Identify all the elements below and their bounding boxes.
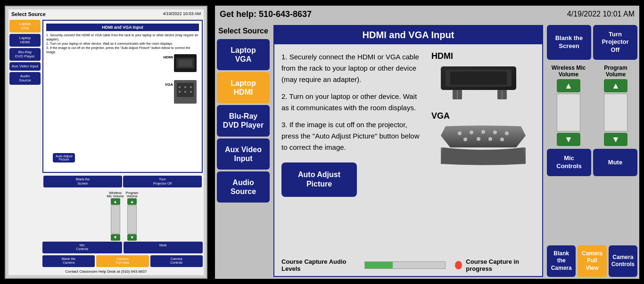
svg-rect-4 bbox=[177, 83, 194, 97]
svg-point-26 bbox=[500, 138, 504, 141]
preview-inner: Select Source 4/19/2022 10:03 AM LaptopV… bbox=[8, 9, 204, 275]
preview-nav-laptop-hdmi[interactable]: LaptopHDMI bbox=[9, 34, 41, 47]
nav-laptop-vga[interactable]: LaptopVGA bbox=[217, 39, 270, 70]
audio-bar-container bbox=[364, 261, 446, 269]
preview-panel: Select Source 4/19/2022 10:03 AM LaptopV… bbox=[5, 6, 207, 279]
wireless-mic-vol-track bbox=[557, 94, 580, 131]
hdmi-label: HDMI bbox=[431, 51, 453, 61]
auto-adjust-btn[interactable]: Auto AdjustPicture bbox=[281, 162, 357, 197]
program-vol-up[interactable] bbox=[604, 79, 627, 92]
preview-wireless-vol-down[interactable]: ▼ bbox=[111, 234, 120, 241]
mute-btn[interactable]: Mute bbox=[593, 149, 637, 176]
audio-levels-row: Course Capture Audio Levels Course Captu… bbox=[281, 258, 535, 272]
blank-screen-btn[interactable]: Blank theScreen bbox=[547, 25, 591, 60]
nav-aux-video[interactable]: Aux Video Input bbox=[217, 138, 270, 170]
volume-section: Wireless Mic Volume Program Volume bbox=[547, 65, 637, 146]
svg-point-6 bbox=[184, 86, 186, 88]
preview-camera-full-view-btn[interactable]: CameraFull View bbox=[96, 255, 149, 267]
preview-camera-controls-btn[interactable]: CameraControls bbox=[150, 255, 203, 267]
content-body: 1. Securely connect the HDMI or VGA cabl… bbox=[274, 44, 542, 254]
preview-content-area: HDMI and VGA Input 1. Securely connect t… bbox=[42, 20, 203, 173]
svg-rect-13 bbox=[450, 72, 507, 85]
svg-point-8 bbox=[179, 91, 181, 93]
preview-content-title: HDMI and VGA Input bbox=[46, 24, 199, 31]
preview-nav-aux-video[interactable]: Aux Video Input bbox=[9, 62, 41, 71]
left-sidebar: Select Source LaptopVGA LaptopHDMI Blu-R… bbox=[215, 23, 272, 279]
step3-text: 3. If the image is cut off on the projec… bbox=[281, 119, 422, 153]
nav-bluray[interactable]: Blu-RayDVD Player bbox=[217, 105, 270, 136]
turn-projector-off-btn[interactable]: TurnProjector Off bbox=[593, 25, 637, 60]
right-top-btns: Blank theScreen TurnProjector Off bbox=[547, 25, 637, 60]
svg-point-25 bbox=[488, 137, 492, 141]
wireless-mic-vol-down[interactable] bbox=[557, 133, 580, 146]
preview-blank-camera-btn[interactable]: Blank theCamera bbox=[42, 255, 95, 267]
down-arrow-icon bbox=[564, 135, 573, 145]
nav-laptop-hdmi[interactable]: LaptopHDMI bbox=[217, 72, 270, 103]
vga-cable-image bbox=[436, 124, 530, 166]
down-arrow-icon-2 bbox=[611, 135, 620, 145]
recording-text: Course Capture in progress bbox=[466, 258, 535, 272]
preview-wireless-vol-track bbox=[111, 205, 120, 234]
nav-audio-source[interactable]: AudioSource bbox=[217, 171, 270, 203]
recording-indicator: Course Capture in progress bbox=[455, 258, 535, 272]
svg-point-9 bbox=[184, 91, 186, 93]
preview-program-vol-down[interactable]: ▼ bbox=[127, 234, 137, 241]
main-ui: Get help: 510-643-8637 4/19/2022 10:01 A… bbox=[215, 6, 639, 279]
recording-dot bbox=[455, 261, 462, 269]
program-vol-group: Program Volume bbox=[594, 65, 637, 146]
content-text-col: 1. Securely connect the HDMI or VGA cabl… bbox=[281, 51, 422, 247]
right-action-btns: MicControls Mute bbox=[547, 149, 637, 176]
camera-full-view-btn[interactable]: CameraFull View bbox=[578, 245, 606, 277]
preview-nav-audio-source[interactable]: AudioSource bbox=[9, 72, 41, 85]
svg-point-19 bbox=[470, 130, 473, 134]
middle-section: Select Source LaptopVGA LaptopHDMI Blu-R… bbox=[215, 23, 639, 279]
preview-top-bar: Select Source 4/19/2022 10:03 AM bbox=[8, 9, 204, 19]
preview-turn-projector-btn[interactable]: TurnProjector Off bbox=[123, 176, 202, 187]
preview-vga-label: VGA bbox=[165, 82, 173, 87]
preview-nav-bluray[interactable]: Blu-RayDVD Player bbox=[9, 48, 41, 61]
wireless-mic-vol-group: Wireless Mic Volume bbox=[547, 65, 590, 146]
page-root: Select Source 4/19/2022 10:03 AM LaptopV… bbox=[0, 0, 644, 284]
preview-wireless-vol-label: WirelessMic Volume bbox=[107, 191, 124, 198]
preview-mic-controls-btn[interactable]: MicControls bbox=[42, 242, 122, 253]
svg-point-18 bbox=[458, 131, 462, 135]
svg-rect-2 bbox=[179, 60, 192, 66]
svg-point-23 bbox=[463, 138, 467, 141]
content-images-col: HDMI bbox=[431, 51, 535, 247]
content-bottom: Course Capture Audio Levels Course Captu… bbox=[274, 254, 542, 276]
step2-text: 2. Turn on your laptop or other device. … bbox=[281, 91, 422, 114]
svg-point-22 bbox=[505, 131, 509, 135]
program-vol-title: Program Volume bbox=[594, 65, 637, 78]
preview-layout: LaptopVGA LaptopHDMI Blu-RayDVD Player A… bbox=[8, 19, 204, 268]
preview-datetime: 4/19/2022 10:03 AM bbox=[163, 11, 201, 16]
content-title: HDMI and VGA Input bbox=[274, 26, 542, 44]
program-vol-track bbox=[604, 94, 627, 131]
preview-mute-btn[interactable]: Mute bbox=[124, 242, 203, 253]
right-bottom-btns: Blank theCamera CameraFull View CameraCo… bbox=[547, 245, 637, 277]
help-text: Get help: 510-643-8637 bbox=[220, 9, 312, 19]
wireless-mic-vol-up[interactable] bbox=[557, 79, 580, 92]
preview-program-vol-up[interactable]: ▲ bbox=[127, 198, 137, 205]
svg-point-20 bbox=[481, 130, 485, 134]
preview-wireless-vol-up[interactable]: ▲ bbox=[111, 198, 120, 205]
preview-program-vol-group: ProgramVolume ▲ ▼ bbox=[126, 191, 139, 241]
right-panel: Blank theScreen TurnProjector Off Wirele… bbox=[545, 23, 639, 279]
preview-wireless-vol-group: WirelessMic Volume ▲ ▼ bbox=[107, 191, 124, 241]
mic-controls-btn[interactable]: MicControls bbox=[547, 149, 591, 176]
preview-program-vol-label: ProgramVolume bbox=[126, 191, 139, 198]
svg-point-5 bbox=[179, 86, 181, 88]
preview-auto-adjust-btn[interactable]: Auto AdjustPicture bbox=[53, 153, 75, 162]
preview-program-vol-track bbox=[127, 205, 137, 234]
program-vol-down[interactable] bbox=[604, 133, 627, 146]
preview-nav-laptop-vga[interactable]: LaptopVGA bbox=[9, 20, 41, 32]
camera-controls-btn[interactable]: CameraControls bbox=[609, 245, 637, 277]
audio-bar-fill bbox=[365, 262, 393, 268]
svg-point-21 bbox=[493, 130, 497, 134]
top-bar: Get help: 510-643-8637 4/19/2022 10:01 A… bbox=[215, 6, 639, 23]
blank-camera-btn[interactable]: Blank theCamera bbox=[547, 245, 576, 277]
svg-point-7 bbox=[190, 86, 192, 88]
preview-blank-screen-btn[interactable]: Blank theScreen bbox=[43, 176, 122, 187]
preview-select-source-label: Select Source bbox=[11, 11, 46, 17]
vga-section: VGA bbox=[431, 111, 535, 166]
preview-footer: Contact Classroom Help Desk at (510) 643… bbox=[8, 268, 204, 275]
